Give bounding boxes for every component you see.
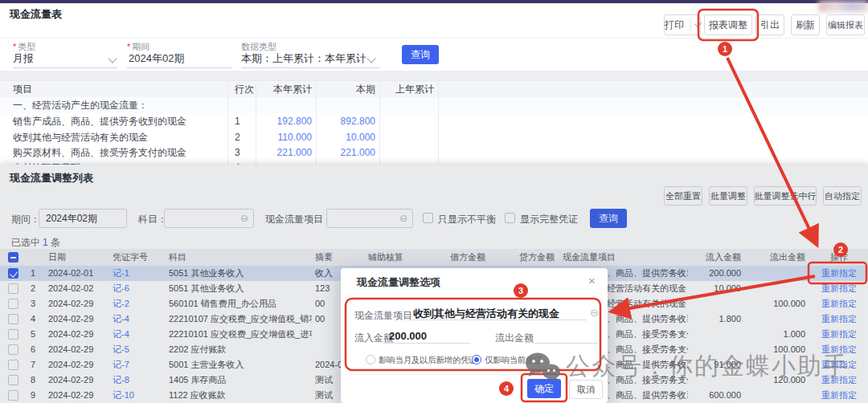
voucher-link[interactable]: 记-2 [113,296,129,311]
show-complete-voucher-label: 显示完整凭证 [520,213,578,226]
col-prev-ytd: 上年累计 [379,81,434,98]
dialog-footer-divider [341,374,608,375]
voucher-link[interactable]: 记-8 [113,372,129,388]
circle-minus-icon[interactable]: ⊖ [399,214,407,223]
dialog-title: 现金流量调整选项 [357,275,440,290]
panel-query-button[interactable]: 查询 [590,209,627,228]
cancel-button[interactable]: 取消 [569,380,603,399]
reassign-link[interactable]: 重新指定 [810,281,868,296]
row-checkbox[interactable] [8,344,18,355]
selection-info: 已选中1条 [11,236,60,250]
page-title: 现金流量表 [10,7,62,22]
svg-text:1: 1 [723,44,727,54]
type-select[interactable]: 月报 [13,51,34,66]
field-underline [127,67,231,68]
filter-cf-item-label: 现金流量项目 [265,213,323,226]
voucher-link[interactable]: 记-4 [113,311,129,327]
radio-affect-future[interactable] [366,355,375,364]
section-separator [0,71,868,80]
voucher-link[interactable]: 记-6 [113,281,129,296]
row-checkbox[interactable] [8,360,18,370]
field-underline [534,343,598,344]
only-unbalanced-checkbox[interactable] [423,213,433,223]
button-divider [690,18,691,31]
row-checkbox[interactable] [8,314,18,324]
grid-line [256,80,256,165]
header-separator [0,38,868,39]
table-row[interactable]: 销售产成品、商品、提供劳务收到的现金 1 192.800 892.800 [0,113,868,130]
cashflow-adjust-options-dialog: 现金流量调整选项 × 现金流量项目： 收到其他与经营活动有关的现金 ⊖ 流入金额… [341,268,608,403]
reassign-link[interactable]: 重新指定 [810,296,868,311]
data-type-select[interactable]: 本期：上年累计：本年累计 [241,51,366,66]
dialog-outflow-label: 流出金额 [495,332,534,345]
reassign-link[interactable]: 重新指定 [810,372,868,388]
table-row[interactable]: 一、经营活动产生的现金流量： [0,97,868,114]
print-button-label: 打印 [665,18,684,32]
chevron-down-icon[interactable] [694,20,702,27]
row-checkbox[interactable] [8,375,18,385]
panel-title: 现金流量调整列表 [10,171,93,185]
reassign-link[interactable]: 重新指定 [810,342,868,357]
ok-button[interactable]: 确定 [527,379,561,398]
blurred-user-info [818,0,868,12]
reassign-link[interactable]: 重新指定 [810,311,868,327]
row-checkbox[interactable] [8,329,18,340]
report-adjust-button[interactable]: 报表调整 [704,14,752,35]
table-row[interactable]: 收到其他与经营活动有关的现金 2 110.000 10.000 [0,129,868,146]
voucher-link[interactable]: 记-4 [113,327,129,342]
voucher-link[interactable]: 记-7 [113,357,129,372]
batch-adjust-button[interactable]: 批量调整 [709,186,747,206]
query-button[interactable]: 查询 [402,45,439,64]
row-checkbox[interactable] [8,390,18,401]
col-current: 本期 [320,81,375,98]
radio-affect-future-label: 影响当月及以后新增的凭证 [379,355,477,366]
reassign-link[interactable]: 重新指定 [810,357,868,372]
field-underline [241,67,379,68]
filter-account-label: 科目： [138,213,167,226]
select-all-checkbox[interactable] [8,252,18,263]
chevron-down-icon[interactable] [366,54,375,63]
grid-line [438,80,439,165]
refresh-button[interactable]: 刷新 [791,14,820,35]
filter-period-label: 期间： [11,213,40,226]
grid-line [316,80,317,165]
voucher-link[interactable]: 记-1 [113,266,129,281]
row-checkbox[interactable] [8,299,18,309]
voucher-link[interactable]: 记-5 [113,342,129,357]
circle-minus-icon[interactable]: ⊖ [590,307,599,319]
dialog-inflow-input[interactable]: 200.000 [389,330,427,342]
reset-all-button[interactable]: 全部重置 [664,186,702,206]
app-window: 现金流量表 打印 报表调整 引出 刷新 编辑报表 *类型 月报 *期间 2024… [0,0,868,403]
auto-assign-button[interactable]: 自动指定 [823,186,862,206]
radio-current-only-label: 仅影响当前凭证 [485,355,542,366]
field-underline [407,320,587,320]
only-unbalanced-label: 只显示不平衡 [438,213,496,226]
col-ytd: 本年累计 [256,81,312,98]
filter-period-input[interactable]: 2024年02期 [39,209,127,228]
print-button[interactable]: 打印 [664,14,701,35]
report-table-header: 项目 行次 本年累计 本期 上年累计 [0,80,868,99]
row-checkbox[interactable] [8,283,18,294]
batch-adjust-selected-button[interactable]: 批量调整选中行 [754,186,817,206]
field-underline [383,343,471,344]
voucher-link[interactable]: 记-10 [113,388,134,403]
table-row[interactable]: 购买原材料、商品、接受劳务支付的现金 3 221.000 221.000 [0,145,868,161]
reassign-link[interactable]: 重新指定 [810,266,868,281]
step-badge-1: 1 [718,42,732,56]
filter-account-input[interactable]: ⊖ [164,209,254,228]
row-checkbox[interactable] [8,268,18,279]
edit-report-button[interactable]: 编辑报表 [826,14,865,35]
chevron-down-icon[interactable] [108,54,117,63]
dialog-cf-item-label: 现金流量项目： [354,309,422,323]
circle-minus-icon[interactable]: ⊖ [240,214,248,223]
period-input[interactable]: 2024年02期 [129,51,184,66]
reassign-link[interactable]: 重新指定 [810,388,868,403]
filter-cf-item-input[interactable]: ⊖ [326,209,413,228]
col-item: 项目 [13,81,32,98]
reassign-link[interactable]: 重新指定 [810,327,868,342]
close-icon[interactable]: × [588,274,596,287]
field-underline [13,67,117,68]
export-button[interactable]: 引出 [755,14,784,35]
show-complete-voucher-checkbox[interactable] [505,213,515,223]
radio-current-only[interactable] [472,355,481,364]
